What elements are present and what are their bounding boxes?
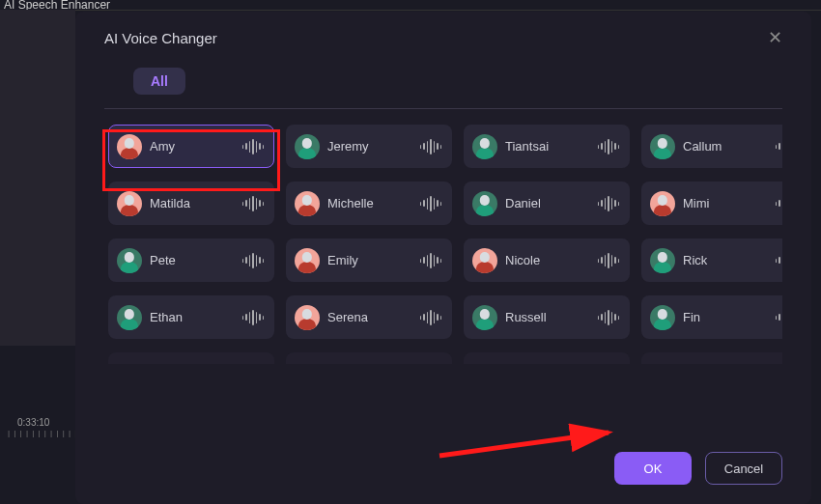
voice-name-label: Rick xyxy=(683,253,768,267)
top-divider xyxy=(0,10,821,11)
cancel-button[interactable]: Cancel xyxy=(705,452,782,485)
tab-all[interactable]: All xyxy=(133,68,185,95)
timeline-ticks: | | | | | | | | | | | | xyxy=(8,429,77,437)
voice-card[interactable]: Rick xyxy=(641,238,782,282)
voice-name-label: Mimi xyxy=(683,196,768,210)
avatar-icon xyxy=(472,305,497,330)
waveform-icon[interactable] xyxy=(776,139,783,154)
voice-grid-container: AmyJeremyTiantsaiCallumMatildaMichelleDa… xyxy=(104,109,782,433)
avatar-icon xyxy=(472,191,497,216)
waveform-icon[interactable] xyxy=(776,253,783,268)
voice-name-label: Pete xyxy=(150,253,235,267)
avatar-icon xyxy=(117,191,142,216)
avatar-icon xyxy=(117,134,142,159)
voice-name-label: Michelle xyxy=(327,196,412,210)
voice-name-label: Russell xyxy=(505,310,590,324)
waveform-icon[interactable] xyxy=(598,196,620,211)
voice-card[interactable]: Nicole xyxy=(464,238,630,282)
voice-card-peek xyxy=(286,352,452,364)
voice-card-peek xyxy=(641,352,782,364)
waveform-icon[interactable] xyxy=(598,139,620,154)
modal-header: AI Voice Changer ✕ xyxy=(104,29,782,68)
waveform-icon[interactable] xyxy=(776,196,783,211)
avatar-icon xyxy=(117,248,142,273)
voice-name-label: Jeremy xyxy=(327,139,412,154)
voice-card[interactable]: Russell xyxy=(464,295,630,339)
waveform-icon[interactable] xyxy=(242,310,265,325)
voice-card[interactable]: Fin xyxy=(641,295,782,339)
waveform-icon[interactable] xyxy=(420,196,442,211)
background-side-panel xyxy=(0,10,75,346)
voice-card[interactable]: Jeremy xyxy=(286,125,452,168)
voice-changer-modal: AI Voice Changer ✕ All AmyJeremyTiantsai… xyxy=(75,12,811,504)
avatar-icon xyxy=(472,134,497,159)
avatar-icon xyxy=(650,134,675,159)
voice-grid: AmyJeremyTiantsaiCallumMatildaMichelleDa… xyxy=(104,125,782,364)
waveform-icon[interactable] xyxy=(776,310,783,325)
voice-card[interactable]: Michelle xyxy=(286,182,452,225)
modal-title: AI Voice Changer xyxy=(104,30,217,46)
voice-name-label: Daniel xyxy=(505,196,590,210)
ok-button[interactable]: OK xyxy=(614,452,692,485)
voice-name-label: Amy xyxy=(150,139,235,154)
voice-card[interactable]: Pete xyxy=(108,238,274,282)
avatar-icon xyxy=(650,305,675,330)
voice-card[interactable]: Daniel xyxy=(464,182,630,225)
waveform-icon[interactable] xyxy=(420,253,442,268)
voice-name-label: Callum xyxy=(683,139,768,154)
voice-card[interactable]: Tiantsai xyxy=(464,125,630,168)
voice-card-peek xyxy=(464,352,630,364)
avatar-icon xyxy=(117,305,142,330)
voice-card[interactable]: Ethan xyxy=(108,295,274,339)
voice-name-label: Matilda xyxy=(150,196,235,210)
avatar-icon xyxy=(295,248,320,273)
avatar-icon xyxy=(295,134,320,159)
waveform-icon[interactable] xyxy=(598,253,620,268)
avatar-icon xyxy=(650,248,675,273)
voice-name-label: Serena xyxy=(327,310,412,324)
waveform-icon[interactable] xyxy=(242,139,265,154)
avatar-icon xyxy=(295,305,320,330)
waveform-icon[interactable] xyxy=(598,310,620,325)
waveform-icon[interactable] xyxy=(420,310,442,325)
voice-card[interactable]: Mimi xyxy=(641,182,782,225)
voice-card[interactable]: Callum xyxy=(641,125,782,168)
voice-name-label: Nicole xyxy=(505,253,590,267)
avatar-icon xyxy=(295,191,320,216)
voice-name-label: Tiantsai xyxy=(505,139,590,154)
voice-name-label: Emily xyxy=(327,253,412,267)
voice-card[interactable]: Amy xyxy=(108,125,274,168)
modal-tabs: All xyxy=(104,68,782,109)
voice-card-peek xyxy=(108,352,274,364)
waveform-icon[interactable] xyxy=(420,139,442,154)
avatar-icon xyxy=(650,191,675,216)
close-icon[interactable]: ✕ xyxy=(768,29,782,46)
modal-footer: OK Cancel xyxy=(104,433,782,485)
avatar-icon xyxy=(472,248,497,273)
voice-card[interactable]: Matilda xyxy=(108,182,274,225)
waveform-icon[interactable] xyxy=(242,196,265,211)
timeline-timecode: 0:33:10 xyxy=(17,417,49,428)
waveform-icon[interactable] xyxy=(242,253,265,268)
voice-card[interactable]: Serena xyxy=(286,295,452,339)
voice-name-label: Ethan xyxy=(150,310,235,324)
voice-card[interactable]: Emily xyxy=(286,238,452,282)
voice-name-label: Fin xyxy=(683,310,768,324)
